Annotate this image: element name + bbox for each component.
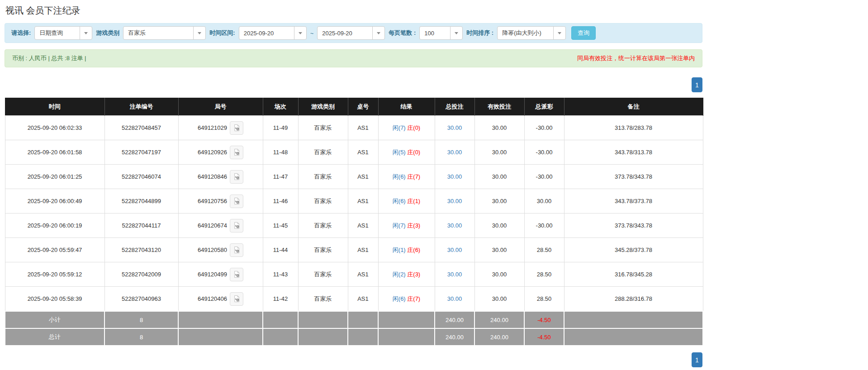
valid-bet-cell: 30.00	[474, 287, 524, 312]
session-cell: 11-49	[263, 116, 298, 140]
table-number-cell: AS1	[348, 140, 378, 165]
time-sort-label: 时间排序 :	[466, 29, 493, 37]
total-bet-cell: 30.00	[435, 165, 474, 189]
summary-remark-cell	[564, 328, 703, 346]
summary-totals-text: 币别 : 人民币 | 总共 :8 注单 |	[12, 54, 86, 62]
total-bet-link[interactable]: 30.00	[447, 271, 462, 278]
round-id-wrap: 649120580	[198, 243, 243, 257]
video-replay-button[interactable]	[230, 170, 243, 184]
result-player: 闲(2)	[393, 271, 406, 278]
page-size-select[interactable]: 100	[419, 26, 463, 40]
round-id-wrap: 649120756	[198, 194, 243, 208]
summary-remark-cell	[564, 311, 703, 328]
video-replay-button[interactable]	[230, 219, 243, 232]
table-row: 2025-09-20 05:59:47522827043120649120580…	[5, 238, 703, 262]
result-banker: 庄(3)	[407, 271, 420, 278]
video-file-icon	[233, 270, 241, 278]
payout-cell: 28.50	[524, 287, 564, 312]
valid-bet-cell: 30.00	[474, 116, 524, 140]
session-cell: 11-42	[263, 287, 298, 312]
date-start-select[interactable]: 2025-09-20	[239, 26, 307, 40]
result-banker: 庄(1)	[407, 198, 420, 204]
game-category-cell: 百家乐	[298, 116, 348, 140]
bet-id-cell: 522827044899	[104, 189, 178, 213]
payout-cell: -30.00	[524, 116, 564, 140]
video-file-icon	[233, 197, 241, 205]
page-button-1[interactable]: 1	[692, 352, 702, 367]
column-header: 游戏类别	[298, 98, 348, 116]
summary-empty-cell	[378, 311, 435, 328]
video-replay-button[interactable]	[230, 292, 243, 306]
pagination-top: 1	[5, 77, 702, 92]
result-cell: 闲(6) 庄(7)	[378, 165, 435, 189]
round-id-cell: 649120756	[178, 189, 263, 213]
game-category-cell: 百家乐	[298, 262, 348, 287]
summary-total-bet-cell: 240.00	[435, 328, 474, 346]
round-id-cell: 649120580	[178, 238, 263, 262]
time-sort-select[interactable]: 降幂(由大到小)	[497, 26, 566, 40]
total-bet-link[interactable]: 30.00	[447, 247, 462, 253]
remark-cell: 343.78/313.78	[564, 140, 703, 165]
video-replay-button[interactable]	[230, 121, 243, 135]
summary-empty-cell	[348, 328, 378, 346]
total-bet-link[interactable]: 30.00	[447, 149, 462, 156]
session-cell: 11-44	[263, 238, 298, 262]
date-end-value: 2025-09-20	[318, 27, 372, 39]
result-player: 闲(6)	[393, 173, 406, 180]
video-replay-button[interactable]	[230, 268, 243, 281]
date-end-select[interactable]: 2025-09-20	[317, 26, 385, 40]
round-id-wrap: 649120406	[198, 292, 243, 306]
session-cell: 11-46	[263, 189, 298, 213]
column-header: 局号	[178, 98, 263, 116]
table-row: 2025-09-20 06:01:58522827047197649120926…	[5, 140, 703, 165]
query-type-label: 请选择:	[11, 29, 31, 37]
round-id-text: 649120674	[198, 222, 227, 229]
video-replay-button[interactable]	[230, 146, 243, 159]
valid-bet-cell: 30.00	[474, 213, 524, 238]
result-player: 闲(1)	[393, 247, 406, 253]
total-bet-cell: 30.00	[435, 287, 474, 312]
column-header: 时间	[5, 98, 104, 116]
result-cell: 闲(7) 庄(0)	[378, 116, 435, 140]
bet-records-table: 时间注单编号局号场次游戏类别桌号结果总投注有效投注总派彩备注 2025-09-2…	[5, 98, 703, 346]
round-id-text: 649120580	[198, 247, 227, 253]
table-number-cell: AS1	[348, 213, 378, 238]
table-header-row: 时间注单编号局号场次游戏类别桌号结果总投注有效投注总派彩备注	[5, 98, 703, 116]
result-banker: 庄(0)	[407, 149, 420, 156]
video-replay-button[interactable]	[230, 243, 243, 257]
video-file-icon	[233, 295, 241, 303]
result-player: 闲(6)	[393, 295, 406, 302]
round-id-cell: 649120926	[178, 140, 263, 165]
time-cell: 2025-09-20 06:01:25	[5, 165, 104, 189]
game-category-select[interactable]: 百家乐	[123, 26, 206, 40]
query-type-select[interactable]: 日期查询	[34, 26, 92, 40]
search-button[interactable]: 查询	[571, 26, 596, 40]
total-bet-link[interactable]: 30.00	[447, 124, 462, 131]
total-bet-link[interactable]: 30.00	[447, 173, 462, 180]
round-id-text: 649120926	[198, 149, 227, 156]
video-replay-button[interactable]	[230, 194, 243, 208]
total-bet-cell: 30.00	[435, 213, 474, 238]
summary-empty-cell	[348, 311, 378, 328]
total-bet-cell: 30.00	[435, 262, 474, 287]
date-start-value: 2025-09-20	[239, 27, 294, 39]
round-id-text: 649120756	[198, 198, 227, 204]
time-sort-value: 降幂(由大到小)	[498, 27, 553, 39]
round-id-wrap: 649120674	[198, 219, 243, 232]
result-player: 闲(6)	[393, 198, 406, 204]
total-bet-link[interactable]: 30.00	[447, 295, 462, 302]
table-row: 2025-09-20 06:02:33522827048457649121029…	[5, 116, 703, 140]
chevron-down-icon	[553, 27, 565, 39]
total-bet-link[interactable]: 30.00	[447, 222, 462, 229]
bet-id-cell: 522827042009	[104, 262, 178, 287]
column-header: 场次	[263, 98, 298, 116]
total-bet-link[interactable]: 30.00	[447, 198, 462, 204]
page-button-1[interactable]: 1	[692, 77, 702, 92]
round-id-wrap: 649120846	[198, 170, 243, 184]
payout-cell: 28.50	[524, 262, 564, 287]
bet-id-cell: 522827040963	[104, 287, 178, 312]
round-id-text: 649120406	[198, 295, 227, 302]
game-category-cell: 百家乐	[298, 287, 348, 312]
total-bet-cell: 30.00	[435, 189, 474, 213]
round-id-wrap: 649120499	[198, 268, 243, 281]
